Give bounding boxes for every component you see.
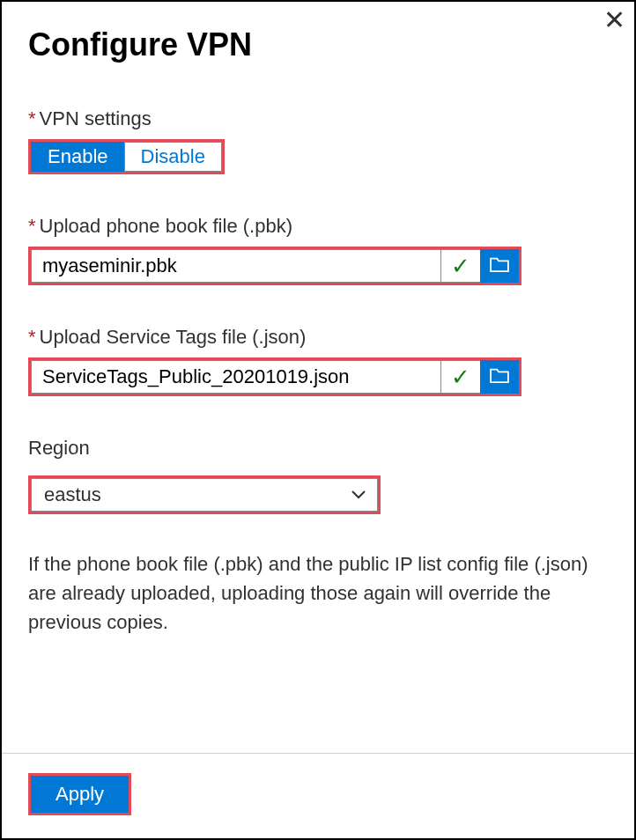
override-note: If the phone book file (.pbk) and the pu… [28, 549, 592, 637]
region-value: eastus [31, 478, 378, 512]
region-label: Region [28, 437, 608, 460]
pbk-input[interactable] [31, 249, 441, 283]
page-title: Configure VPN [28, 26, 608, 63]
vpn-enable-option[interactable]: Enable [31, 142, 124, 172]
pbk-label: *Upload phone book file (.pbk) [28, 215, 608, 238]
folder-icon [490, 367, 509, 387]
tags-picker: ✓ [28, 357, 521, 396]
folder-icon [490, 256, 509, 276]
vpn-disable-option[interactable]: Disable [124, 142, 222, 172]
panel-footer: Apply [2, 753, 634, 838]
pbk-browse-button[interactable] [480, 249, 519, 283]
vpn-toggle: Enable Disable [28, 139, 225, 174]
tags-browse-button[interactable] [480, 360, 519, 394]
close-icon[interactable]: ✕ [603, 7, 625, 33]
region-select[interactable]: eastus [28, 475, 381, 514]
tags-input[interactable] [31, 360, 441, 394]
check-icon: ✓ [441, 249, 480, 283]
check-icon: ✓ [441, 360, 480, 394]
apply-button[interactable]: Apply [31, 776, 129, 813]
tags-label: *Upload Service Tags file (.json) [28, 326, 608, 349]
vpn-settings-label: *VPN settings [28, 107, 608, 130]
pbk-picker: ✓ [28, 247, 521, 285]
